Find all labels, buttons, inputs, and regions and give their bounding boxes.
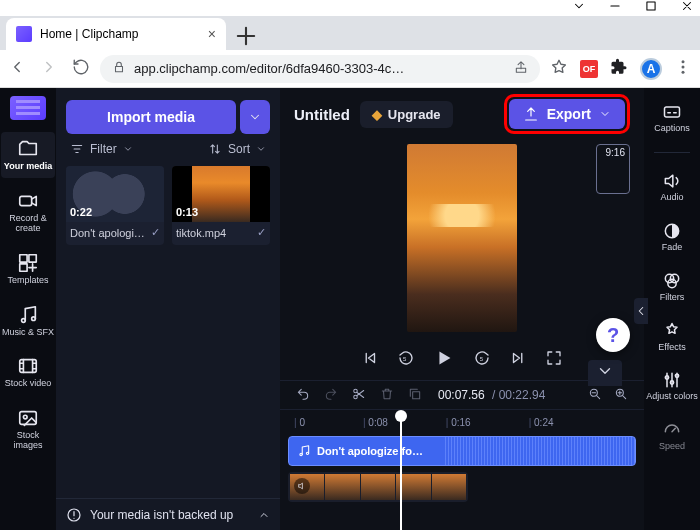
media-name: tiktok.mp4 (176, 227, 226, 239)
media-item[interactable]: 0:22 Don't apologi…✓ (66, 166, 164, 245)
timeline[interactable]: 0 0:08 0:16 0:24 Don't apologize fo… (280, 410, 644, 530)
check-icon: ✓ (257, 226, 266, 239)
filter-button[interactable]: Filter (70, 142, 133, 156)
playhead[interactable] (400, 412, 402, 530)
svg-rect-12 (20, 360, 37, 373)
svg-point-5 (682, 70, 685, 73)
zoom-in-icon[interactable] (614, 387, 628, 404)
svg-point-4 (682, 65, 685, 68)
stage-header: Untitled ◆ Upgrade Export (280, 88, 644, 140)
svg-rect-8 (29, 254, 36, 261)
svg-rect-6 (20, 196, 32, 205)
nav-stock-images[interactable]: Stock images (1, 401, 55, 457)
media-thumb-audio: 0:22 (66, 166, 164, 222)
svg-point-14 (23, 416, 27, 420)
svg-point-29 (668, 279, 676, 287)
nav-templates[interactable]: Templates (1, 246, 55, 292)
nav-record-create[interactable]: Record & create (1, 184, 55, 240)
svg-point-11 (32, 316, 36, 320)
redo-icon[interactable] (324, 387, 338, 404)
media-item[interactable]: 0:13 tiktok.mp4✓ (172, 166, 270, 245)
tool-captions[interactable]: Captions (645, 98, 699, 138)
star-icon[interactable] (550, 58, 568, 80)
backup-warning[interactable]: Your media isn't backed up (56, 498, 280, 530)
export-button[interactable]: Export (509, 99, 625, 129)
nav-stock-video[interactable]: Stock video (1, 349, 55, 395)
tool-filters[interactable]: Filters (645, 267, 699, 307)
kebab-icon[interactable] (674, 58, 692, 80)
tool-audio[interactable]: Audio (645, 167, 699, 207)
svg-point-10 (22, 318, 26, 322)
help-fab[interactable]: ? (596, 318, 630, 352)
tool-fade[interactable]: Fade (645, 217, 699, 257)
sort-button[interactable]: Sort (208, 142, 266, 156)
editor-stage: Untitled ◆ Upgrade Export 9:16 ? 5 5 (280, 88, 644, 530)
svg-point-23 (300, 453, 302, 455)
svg-text:5: 5 (480, 356, 484, 362)
play-icon[interactable] (433, 347, 455, 373)
window-close-icon[interactable] (680, 0, 694, 17)
svg-point-24 (306, 452, 308, 454)
extension-badge[interactable]: OF (580, 60, 598, 78)
left-nav: Your media Record & create Templates Mus… (0, 88, 56, 530)
tab-close-icon[interactable]: × (208, 26, 216, 42)
collapse-timeline-icon[interactable] (588, 360, 622, 386)
skip-end-icon[interactable] (509, 349, 527, 371)
nav-music-sfx[interactable]: Music & SFX (1, 298, 55, 344)
tool-adjust-colors[interactable]: Adjust colors (645, 366, 699, 406)
speaker-icon[interactable] (294, 478, 310, 494)
forward-5-icon[interactable]: 5 (473, 349, 491, 371)
split-icon[interactable] (352, 387, 366, 404)
share-icon[interactable] (514, 60, 528, 77)
skip-start-icon[interactable] (361, 349, 379, 371)
right-nav-collapse-icon[interactable] (634, 298, 648, 324)
export-highlight: Export (504, 94, 630, 134)
duplicate-icon[interactable] (408, 387, 422, 404)
window-minimize-icon[interactable] (608, 0, 622, 17)
fullscreen-icon[interactable] (545, 349, 563, 371)
tool-effects[interactable]: Effects (645, 317, 699, 357)
preview-area: 9:16 ? (280, 140, 644, 340)
browser-tabstrip: Home | Clipchamp × (0, 16, 700, 50)
svg-rect-9 (20, 264, 27, 271)
preview-video[interactable] (407, 144, 517, 332)
url-field[interactable]: app.clipchamp.com/editor/6dfa9460-3303-4… (100, 55, 540, 83)
url-text: app.clipchamp.com/editor/6dfa9460-3303-4… (134, 61, 404, 76)
import-media-button[interactable]: Import media (66, 100, 236, 134)
aspect-ratio-button[interactable]: 9:16 (596, 144, 630, 194)
reload-icon[interactable] (72, 58, 90, 80)
window-titlebar (0, 0, 700, 16)
waveform-icon (445, 437, 635, 465)
media-thumb-video: 0:13 (172, 166, 270, 222)
delete-icon[interactable] (380, 387, 394, 404)
svg-rect-20 (413, 391, 420, 398)
upgrade-button[interactable]: ◆ Upgrade (360, 101, 453, 128)
window-maximize-icon[interactable] (644, 0, 658, 17)
import-media-caret[interactable] (240, 100, 270, 134)
undo-icon[interactable] (296, 387, 310, 404)
tool-speed[interactable]: Speed (645, 416, 699, 456)
browser-urlbar: app.clipchamp.com/editor/6dfa9460-3303-4… (0, 50, 700, 88)
timeline-ruler: 0 0:08 0:16 0:24 (280, 410, 644, 434)
project-title[interactable]: Untitled (294, 106, 350, 123)
zoom-out-icon[interactable] (588, 387, 602, 404)
new-tab-button[interactable] (232, 22, 260, 50)
back-icon[interactable] (8, 58, 26, 80)
nav-your-media[interactable]: Your media (1, 132, 55, 178)
profile-avatar[interactable]: A (640, 58, 662, 80)
app-logo-icon[interactable] (10, 96, 46, 120)
rewind-5-icon[interactable]: 5 (397, 349, 415, 371)
video-clip[interactable] (288, 472, 468, 502)
extensions-icon[interactable] (610, 58, 628, 80)
forward-icon (40, 58, 58, 80)
media-duration: 0:22 (70, 206, 92, 218)
lock-icon (112, 60, 126, 77)
svg-point-28 (670, 274, 678, 282)
media-panel: Import media Filter Sort 0:22 Don't apol… (56, 88, 280, 530)
svg-text:5: 5 (403, 356, 407, 362)
browser-tab[interactable]: Home | Clipchamp × (6, 18, 226, 50)
svg-point-3 (682, 60, 685, 63)
svg-rect-0 (647, 2, 655, 10)
window-caret-icon[interactable] (572, 0, 586, 17)
audio-clip[interactable]: Don't apologize fo… (288, 436, 636, 466)
